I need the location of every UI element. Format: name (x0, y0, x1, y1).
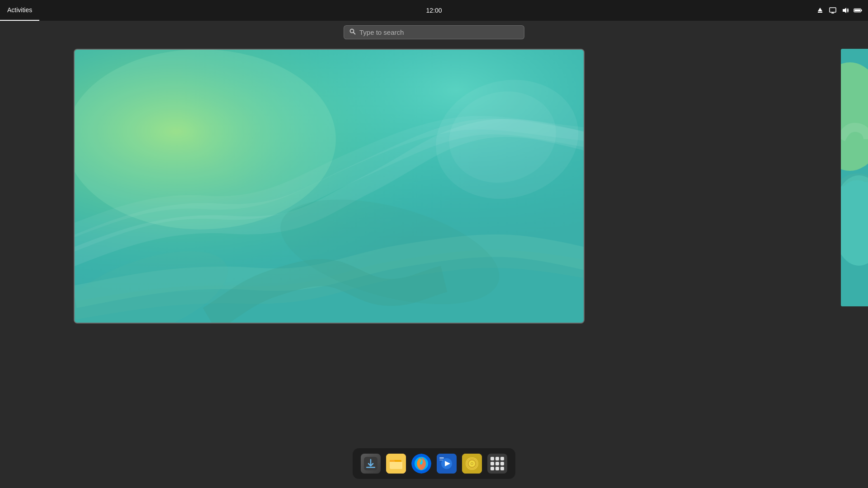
battery-icon[interactable] (854, 6, 863, 15)
clock-time: 12:00 (426, 7, 442, 14)
grid-dot-7 (491, 467, 494, 470)
dock-item-drum[interactable] (460, 452, 484, 475)
svg-point-18 (841, 62, 868, 171)
topbar: Activities 12:00 (0, 0, 868, 21)
grid-dot-9 (500, 467, 504, 470)
grid-dot-4 (491, 462, 494, 465)
workspace-area (0, 21, 868, 488)
installer-icon (361, 454, 381, 474)
system-tray (816, 6, 868, 15)
search-container (344, 21, 524, 39)
firefox-icon (411, 454, 431, 474)
search-icon (349, 28, 356, 36)
drum-icon (462, 454, 482, 474)
dock (353, 448, 515, 479)
clipboard-icon (437, 454, 457, 474)
desktop-preview-main[interactable] (74, 49, 585, 324)
search-bar (344, 25, 524, 39)
wallpaper-main (75, 50, 584, 323)
appgrid-icon (487, 454, 507, 474)
volume-icon[interactable] (841, 6, 850, 15)
svg-line-8 (354, 33, 356, 35)
svg-rect-0 (830, 8, 836, 12)
files-icon (386, 454, 406, 474)
grid-dot-6 (500, 462, 504, 465)
svg-marker-3 (843, 8, 846, 13)
grid-dot-2 (495, 457, 499, 460)
svg-rect-5 (861, 9, 862, 11)
grid-dot-5 (495, 462, 499, 465)
dock-item-installer[interactable] (359, 452, 382, 475)
svg-rect-21 (366, 467, 375, 468)
svg-rect-6 (854, 9, 860, 12)
desktop-preview-secondary[interactable] (841, 49, 868, 306)
display-icon[interactable] (828, 6, 837, 15)
activities-label: Activities (7, 6, 32, 14)
svg-rect-31 (439, 460, 443, 460)
svg-point-37 (472, 463, 473, 465)
eject-icon[interactable] (816, 6, 825, 15)
grid-dot-3 (500, 457, 504, 460)
grid-dot-1 (491, 457, 494, 460)
dock-item-files[interactable] (384, 452, 408, 475)
grid-dots (491, 457, 504, 470)
svg-point-15 (75, 50, 336, 230)
dock-item-firefox[interactable] (410, 452, 433, 475)
svg-point-19 (841, 175, 868, 266)
dock-item-clipboard[interactable] (435, 452, 458, 475)
search-input[interactable] (359, 28, 519, 36)
clock-display: 12:00 (426, 7, 442, 14)
activities-button[interactable]: Activities (0, 0, 39, 21)
grid-dot-8 (495, 467, 499, 470)
svg-point-7 (350, 29, 354, 33)
dock-item-appgrid[interactable] (486, 452, 509, 475)
svg-rect-30 (439, 457, 444, 459)
wallpaper-secondary (841, 49, 868, 306)
